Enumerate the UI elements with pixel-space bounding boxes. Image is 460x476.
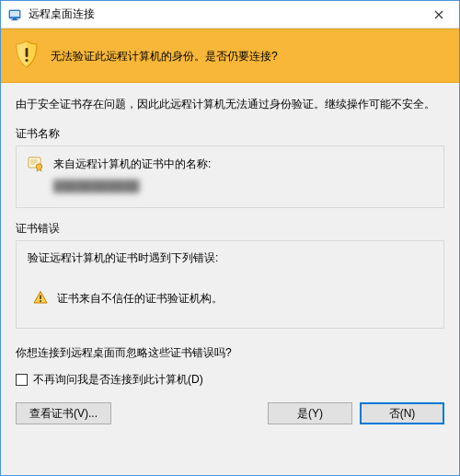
svg-rect-11	[40, 296, 41, 300]
dont-ask-label: 不再询问我是否连接到此计算机(D)	[33, 372, 203, 388]
svg-point-5	[25, 59, 28, 62]
svg-rect-3	[12, 19, 18, 20]
view-certificate-button[interactable]: 查看证书(V)...	[16, 402, 111, 424]
certificate-icon	[28, 156, 44, 175]
cert-error-item: 证书来自不信任的证书验证机构。	[33, 290, 432, 308]
titlebar: 远程桌面连接	[1, 1, 459, 29]
dont-ask-checkbox[interactable]	[16, 374, 28, 386]
cert-error-section-label: 证书错误	[16, 221, 444, 237]
window-title: 远程桌面连接	[29, 6, 418, 22]
cert-name-box: 来自远程计算机的证书中的名称: ███████████	[16, 145, 444, 208]
no-button[interactable]: 否(N)	[360, 402, 444, 424]
yes-button[interactable]: 是(Y)	[268, 402, 352, 424]
cert-name-text-block: 来自远程计算机的证书中的名称: ███████████	[53, 156, 211, 194]
cert-error-item-text: 证书来自不信任的证书验证机构。	[57, 291, 223, 307]
dont-ask-checkbox-row[interactable]: 不再询问我是否连接到此计算机(D)	[16, 372, 444, 388]
svg-rect-1	[10, 11, 19, 17]
confirm-question: 你想连接到远程桌面而忽略这些证书错误吗?	[16, 345, 444, 361]
svg-rect-4	[26, 48, 29, 57]
cert-name-value: ███████████	[53, 178, 211, 194]
dialog-window: 远程桌面连接 无法验证此远程计算机的身份。是否仍要连接? 由于安全证书存在问题，…	[0, 0, 460, 476]
cert-error-box: 验证远程计算机的证书时遇到下列错误: 证书来自不信任的证书验证机构。	[16, 240, 444, 329]
description-text: 由于安全证书存在问题，因此此远程计算机无法通过身份验证。继续操作可能不安全。	[16, 96, 444, 113]
warning-banner: 无法验证此远程计算机的身份。是否仍要连接?	[1, 29, 459, 83]
cert-error-description: 验证远程计算机的证书时遇到下列错误:	[28, 250, 432, 266]
shield-warning-icon	[14, 41, 40, 71]
cert-name-section-label: 证书名称	[16, 126, 444, 142]
app-icon	[8, 7, 23, 22]
close-button[interactable]	[418, 1, 459, 29]
svg-rect-2	[13, 18, 17, 19]
cert-name-label: 来自远程计算机的证书中的名称:	[53, 156, 211, 172]
svg-point-12	[40, 300, 41, 302]
warning-triangle-icon	[33, 290, 48, 308]
banner-text: 无法验证此远程计算机的身份。是否仍要连接?	[51, 48, 278, 64]
dialog-body: 由于安全证书存在问题，因此此远程计算机无法通过身份验证。继续操作可能不安全。 证…	[1, 83, 459, 475]
button-row: 查看证书(V)... 是(Y) 否(N)	[16, 402, 444, 424]
